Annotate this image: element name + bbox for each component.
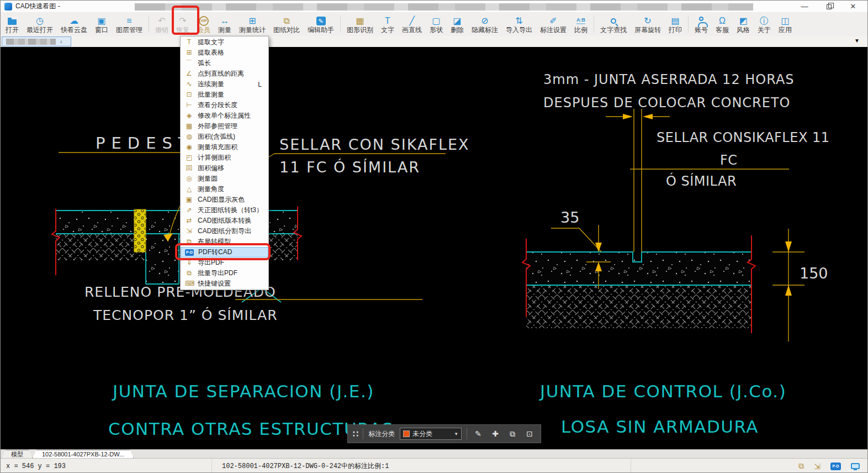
menu-item-segment-length[interactable]: ⊢查看分段长度 xyxy=(181,100,268,111)
category-grid-icon[interactable]: ∷ xyxy=(353,429,358,439)
toolbar-button-text[interactable]: T文字 xyxy=(377,13,398,35)
toolbar-button-compare[interactable]: ⧉图纸对比 xyxy=(269,13,304,35)
menu-item-arc-length[interactable]: ⌒弧长 xyxy=(181,58,268,69)
menu-item-continuous-measure[interactable]: ∿连续测量L xyxy=(181,79,268,90)
toolbar-button-text-search[interactable]: 文字查找 xyxy=(596,13,631,35)
pdf-to-cad-icon[interactable]: P-D xyxy=(830,463,841,470)
pdf-to-cad-icon: P-D xyxy=(185,249,194,256)
toolbar-button-account[interactable]: 账号 xyxy=(691,13,712,35)
model-tab[interactable]: 模型 xyxy=(2,450,33,458)
drawing-layout-tab[interactable]: 102-58001-4027PXB-12-DW... xyxy=(33,450,134,458)
toolbar-button-scale[interactable]: A:B比例 xyxy=(570,13,591,35)
menu-item-split-export[interactable]: ⇲CAD图纸分割导出 xyxy=(181,226,268,236)
menu-item-fill-area[interactable]: ◉测量填充面积 xyxy=(181,142,268,153)
cad-gray-icon: ▣ xyxy=(185,196,193,204)
drawing-compare-icon: ⧉ xyxy=(283,15,289,27)
layers-icon: ≡ xyxy=(126,15,131,27)
toolbar-button-about[interactable]: ⓘ关于 xyxy=(754,13,775,35)
right-detail-section: 3mm - JUNTA ASERRADA 12 HORAS DESPUES DE… xyxy=(522,72,830,437)
toolbar-button-import-export[interactable]: ⇅导入导出 xyxy=(502,13,536,35)
measure-angle-icon: △ xyxy=(185,185,193,193)
title-bar: CAD快速看图 - — ✕ xyxy=(1,1,867,13)
screen-rotate-icon: ↻ xyxy=(644,15,651,27)
restore-button[interactable] xyxy=(817,1,841,13)
move-annotation-icon[interactable]: ✚ xyxy=(489,429,501,438)
toolbar-button-apps[interactable]: ◫应用 xyxy=(775,13,796,35)
right-title-line1: JUNTA DE CONTROL (J.Co.) xyxy=(539,381,786,401)
toolbar-button-hide-annotations[interactable]: ⊘隐藏标注 xyxy=(468,13,502,35)
toolbar-button-cloud[interactable]: ☁快看云盘 xyxy=(57,13,91,35)
vip-icon: VIP xyxy=(199,15,209,27)
toolbar-button-vip[interactable]: VIP会员 xyxy=(193,13,214,35)
import-export-icon: ⇅ xyxy=(515,15,522,27)
menu-item-version-convert[interactable]: ⇄CAD图纸版本转换 xyxy=(181,216,268,226)
point-to-line-icon: ∠ xyxy=(185,70,193,78)
shortcut-label: L xyxy=(258,81,262,88)
toolbar-button-measure[interactable]: ↔测量 xyxy=(214,13,235,35)
edit-annotation-icon[interactable]: ✎ xyxy=(472,429,484,438)
toolbar-button-delete[interactable]: ◪删除 xyxy=(447,13,468,35)
split-export-icon: ⇲ xyxy=(185,227,193,235)
undo-icon: ↶ xyxy=(158,15,165,27)
toolbar-button-window[interactable]: ▣窗口 xyxy=(91,13,112,35)
paste-annotation-icon[interactable]: ⊡ xyxy=(523,429,536,438)
toolbar-button-undo[interactable]: ↶撤销 xyxy=(151,13,172,35)
menu-item-area-arc[interactable]: ◍面积(含弧线) xyxy=(181,132,268,142)
right-note-line1: 3mm - JUNTA ASERRADA 12 HORAS xyxy=(543,72,795,87)
scale-icon: A:B xyxy=(576,15,585,27)
minimize-button[interactable]: — xyxy=(792,1,817,13)
toolbar-button-shapes[interactable]: ▢形状 xyxy=(426,13,447,35)
shortcut-settings-icon: ⌨ xyxy=(185,280,193,288)
menu-item-extract-table[interactable]: ⊞提取表格 xyxy=(181,48,268,58)
chevron-down-icon: ▼ xyxy=(454,432,458,437)
modify-annotation-icon: ◈ xyxy=(185,112,193,120)
menu-item-pdf-to-cad[interactable]: P-DPDF转CAD xyxy=(181,247,268,257)
menu-item-batch-measure[interactable]: ⊡批量测量 xyxy=(181,90,268,100)
menu-item-side-area[interactable]: ◰计算侧面积 xyxy=(181,153,268,163)
menu-item-measure-angle[interactable]: △测量角度 xyxy=(181,184,268,195)
monitor-icon[interactable] xyxy=(851,463,860,469)
collapse-tab-icon[interactable]: ‹ xyxy=(60,38,62,45)
batch-export-pdf-icon[interactable]: ⇲ xyxy=(814,462,821,471)
copy-annotation-icon[interactable]: ⧉ xyxy=(506,429,518,439)
toolbar-button-edit-assistant[interactable]: ✎编辑助手 xyxy=(304,13,338,35)
status-separator xyxy=(211,459,212,473)
menu-item-batch-export-pdf[interactable]: ⧉批量导出PDF xyxy=(181,268,268,278)
menu-item-extract-text[interactable]: T提取文字 xyxy=(181,37,268,48)
menu-item-layout-to-model[interactable]: ⧉布局转模型 xyxy=(181,236,268,247)
toolbar-button-open[interactable]: 打开 xyxy=(2,13,23,35)
menu-item-xref-manager[interactable]: ▦外部参照管理 xyxy=(181,121,268,132)
toolbar-button-screen-rotate[interactable]: ↻屏幕旋转 xyxy=(631,13,665,35)
category-dropdown[interactable]: 未分类 ▼ xyxy=(400,428,462,440)
export-pdf-icon[interactable]: ⧉ xyxy=(798,461,804,471)
text-search-icon xyxy=(611,15,616,27)
menu-item-measure-circle[interactable]: ◎测量圆 xyxy=(181,174,268,184)
menu-item-modify-annotation[interactable]: ◈修改单个标注属性 xyxy=(181,111,268,121)
menu-item-area-offset[interactable]: 回面积偏移 xyxy=(181,163,268,174)
close-button[interactable]: ✕ xyxy=(841,1,865,13)
dim-35-label: 35 xyxy=(560,209,579,226)
window-controls: — ✕ xyxy=(792,1,865,13)
toolbar-button-redo[interactable]: ↷恢复 xyxy=(172,13,193,35)
cad-canvas[interactable]: PEDESTAL SELLAR CON SIKAFLEX 11 FC Ó SÍM… xyxy=(1,47,868,449)
toolbar-button-measure-stats[interactable]: ⊞测量统计 xyxy=(235,13,269,35)
menu-item-shortcut-settings[interactable]: ⌨快捷键设置 xyxy=(181,278,268,289)
menu-item-export-pdf[interactable]: ⇓导出PDF xyxy=(181,257,268,268)
toolbar-button-style[interactable]: ◩风格 xyxy=(733,13,754,35)
toolbar-button-draw-line[interactable]: ╱画直线 xyxy=(398,13,426,35)
toolbar-button-shape-recognition[interactable]: ▦图形识别 xyxy=(343,13,377,35)
menu-item-cad-gray[interactable]: ▣CAD图显示灰色 xyxy=(181,195,268,205)
draw-line-icon: ╱ xyxy=(409,15,415,27)
toolbar-button-recent[interactable]: ◷最近打开 xyxy=(23,13,57,35)
tab-overflow-icon[interactable]: ▼ xyxy=(854,38,860,44)
menu-item-tianzheng-convert[interactable]: ⇗天正图纸转换（转t3） xyxy=(181,205,268,216)
hide-annotations-icon: ⊘ xyxy=(481,15,488,27)
menu-item-point-to-line[interactable]: ∠点到直线的距离 xyxy=(181,69,268,79)
toolbar-button-support[interactable]: Ω客服 xyxy=(712,13,733,35)
shapes-icon: ▢ xyxy=(432,15,440,27)
active-drawing-tab[interactable]: ‹ xyxy=(2,36,71,46)
toolbar-button-print[interactable]: ▤打印 xyxy=(665,13,686,35)
right-note-line2: DESPUES DE COLOCAR CONCRETO xyxy=(543,95,791,111)
toolbar-button-layers[interactable]: ≡图层管理 xyxy=(112,13,146,35)
toolbar-button-annotation-settings[interactable]: ✐标注设置 xyxy=(536,13,570,35)
